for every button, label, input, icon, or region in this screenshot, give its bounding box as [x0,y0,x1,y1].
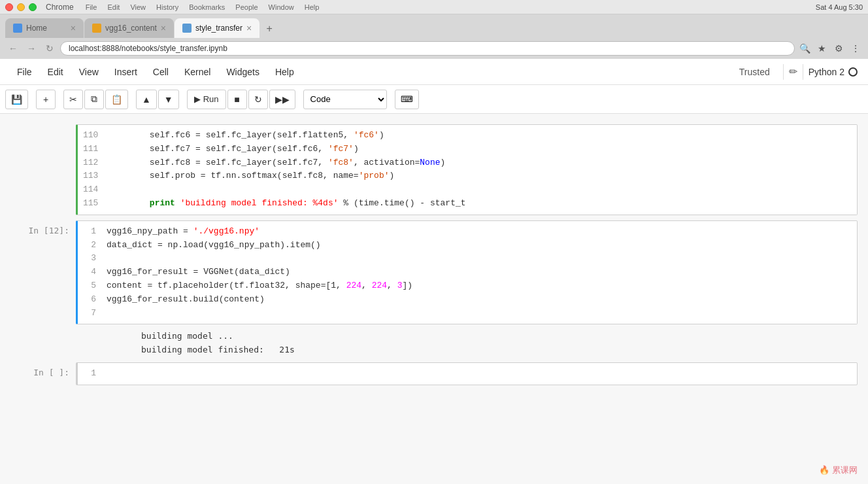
tab-style-close[interactable]: × [246,23,252,33]
jupyter-toolbar: 💾 + ✂ ⧉ 📋 ▲ ▼ ▶ Run ■ ↻ ▶▶ Code Markdown… [0,85,868,114]
cell3-line-1: 1 [83,367,852,381]
run-all-button[interactable]: ▶▶ [269,90,295,109]
cell-2-body: 1 vgg16_npy_path = './vgg16.npy' 2 data_… [78,221,857,324]
cell2-line-1: 1 vgg16_npy_path = './vgg16.npy' [83,225,852,239]
new-tab-button[interactable]: + [260,20,278,38]
header-divider [783,64,784,80]
cell-3-body: 1 [78,363,857,385]
trusted-button[interactable]: Trusted [731,64,778,80]
paste-button[interactable]: 📋 [105,90,128,109]
back-button[interactable]: ← [5,41,21,56]
forward-button[interactable]: → [24,41,39,56]
line-114: 114 [83,183,852,197]
search-icon[interactable]: 🔍 [797,41,812,56]
tab-home[interactable]: Home × [5,18,84,38]
cell-1-body: 110 self.fc6 = self.fc_layer(self.flatte… [78,125,857,215]
app-name: Chrome [46,3,74,12]
tab-vgg16-label: vgg16_content [105,24,157,33]
line-113: 113 self.prob = tf.nn.softmax(self.fc8, … [83,169,852,183]
address-input[interactable] [60,41,795,56]
cell-2-content: 1 vgg16_npy_path = './vgg16.npy' 2 data_… [76,220,858,357]
tab-vgg16-close[interactable]: × [161,23,166,33]
menu-history[interactable]: History [156,3,178,11]
copy-button[interactable]: ⧉ [84,90,104,109]
datetime: Sat 4 Aug 5:30 [816,3,863,11]
address-bar-row: ← → ↻ 🔍 ★ ⚙ ⋮ [0,38,868,59]
tab-bar: Home × vgg16_content × style_transfer × … [0,14,868,38]
cell-type-select[interactable]: Code Markdown Raw NBConvert Heading [303,90,387,109]
menu-view[interactable]: View [130,3,146,11]
jupyter-menu: File Edit View Insert Cell Kernel Widget… [10,64,301,80]
settings-icon[interactable]: ⋮ [848,41,863,56]
kernel-status-circle [848,67,858,77]
tab-home-close[interactable]: × [71,23,76,33]
line-115: 115 print 'building model finished: %4ds… [83,197,852,211]
cell-2-code[interactable]: 1 vgg16_npy_path = './vgg16.npy' 2 data_… [76,220,858,325]
jupyter-menu-insert[interactable]: Insert [108,64,144,80]
jupyter-header-right: Trusted ✏ Python 2 [731,64,858,80]
line-110: 110 self.fc6 = self.fc_layer(self.flatte… [83,129,852,143]
cell-3-code[interactable]: 1 [76,362,858,385]
move-up-button[interactable]: ▲ [136,90,157,109]
output-line-1: building model ... [141,330,858,343]
restart-button[interactable]: ↻ [248,90,268,109]
menu-file[interactable]: File [86,3,97,11]
tab-home-label: Home [26,24,67,33]
move-down-button[interactable]: ▼ [158,90,179,109]
bookmark-icon[interactable]: ★ [814,41,829,56]
cell2-line-7: 7 [83,307,852,320]
close-button[interactable] [5,3,13,11]
cell-1-content: 110 self.fc6 = self.fc_layer(self.flatte… [76,124,858,215]
tab-style-transfer[interactable]: style_transfer × [175,18,259,38]
add-cell-button[interactable]: + [36,90,56,109]
cell-2-prompt: In [12]: [10,220,76,357]
cell-3-prompt: In [ ]: [10,362,76,385]
line-111: 111 self.fc7 = self.fc_layer(self.fc6, '… [83,143,852,156]
jupyter-menu-edit[interactable]: Edit [41,64,70,80]
titlebar: Chrome File Edit View History Bookmarks … [0,0,868,14]
jupyter-menu-view[interactable]: View [73,64,105,80]
jupyter-menubar: File Edit View Insert Cell Kernel Widget… [0,59,868,85]
jupyter-menu-kernel[interactable]: Kernel [178,64,217,80]
cell-3-content: 1 [76,362,858,385]
run-icon: ▶ [194,94,201,104]
run-label: Run [203,94,219,104]
cell-1-prompt [10,124,76,215]
refresh-button[interactable]: ↻ [42,41,58,56]
cell-1-wrapper: 110 self.fc6 = self.fc_layer(self.flatte… [0,124,868,215]
cells-area[interactable]: 110 self.fc6 = self.fc_layer(self.flatte… [0,114,868,484]
browser-chrome: Home × vgg16_content × style_transfer × … [0,14,868,59]
jupyter-menu-cell[interactable]: Cell [146,64,175,80]
style-favicon [182,24,192,33]
menu-help[interactable]: Help [305,3,320,11]
maximize-button[interactable] [29,3,37,11]
cell2-line-4: 4 vgg16_for_result = VGGNet(data_dict) [83,266,852,279]
extensions-icon[interactable]: ⚙ [831,41,846,56]
tab-vgg16[interactable]: vgg16_content × [84,18,174,38]
line-112: 112 self.fc8 = self.fc_layer(self.fc7, '… [83,156,852,170]
kernel-name: Python 2 [809,67,844,77]
cell-1-code[interactable]: 110 self.fc6 = self.fc_layer(self.flatte… [76,124,858,215]
output-line-2: building model finished: 21s [141,343,858,357]
menu-edit[interactable]: Edit [107,3,120,11]
keyboard-shortcut-button[interactable]: ⌨ [395,90,419,109]
watermark: 🔥 累课网 [819,464,858,476]
cut-button[interactable]: ✂ [63,90,83,109]
save-button[interactable]: 💾 [5,90,28,109]
kernel-indicator: Python 2 [809,67,858,77]
notebook-container: File Edit View Insert Cell Kernel Widget… [0,59,868,484]
menu-window[interactable]: Window [269,3,294,11]
menu-bookmarks[interactable]: Bookmarks [189,3,225,11]
cell-2-output: building model ... building model finish… [76,324,858,357]
jupyter-menu-help[interactable]: Help [269,64,301,80]
menu-people[interactable]: People [235,3,258,11]
stop-button[interactable]: ■ [227,90,247,109]
edit-icon[interactable]: ✏ [789,65,797,78]
run-button[interactable]: ▶ Run [187,90,226,109]
jupyter-menu-widgets[interactable]: Widgets [220,64,266,80]
window-controls: Chrome File Edit View History Bookmarks … [5,3,319,12]
tab-style-label: style_transfer [195,24,242,33]
browser-toolbar-right: 🔍 ★ ⚙ ⋮ [797,41,863,56]
jupyter-menu-file[interactable]: File [10,64,39,80]
minimize-button[interactable] [17,3,25,11]
